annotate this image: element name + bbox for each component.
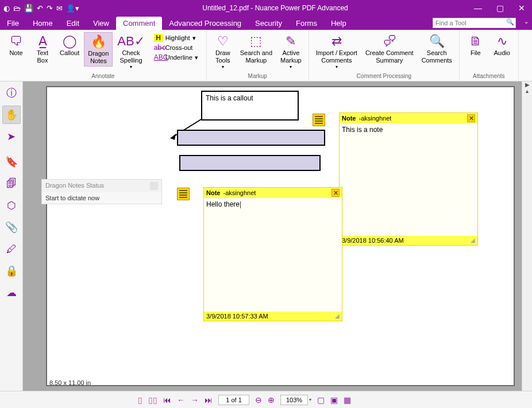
- nav-prev-icon[interactable]: ←: [177, 395, 185, 405]
- tool-info[interactable]: ⓘ: [2, 84, 21, 102]
- ribbon: 🗨Note A̲Text Box ◯Callout 🔥Dragon Notes …: [0, 30, 532, 81]
- tool-pages[interactable]: 🗐: [2, 174, 21, 193]
- sticky-note-icon-2[interactable]: [177, 188, 190, 200]
- group-processing-label: Comment Processing: [356, 72, 411, 80]
- ribbon-active-markup[interactable]: ✎Active Markup▾: [277, 32, 305, 71]
- underline-icon: ABC: [154, 53, 163, 61]
- ribbon-underline[interactable]: ABCUnderline ▾: [152, 53, 201, 62]
- scroll-right-icon[interactable]: ▶: [522, 81, 532, 88]
- dragon-icon: 🔥: [91, 34, 106, 50]
- menu-forms[interactable]: Forms: [289, 17, 324, 30]
- qat-mail-icon[interactable]: ✉: [56, 4, 63, 13]
- ribbon-search-markup[interactable]: ⬚Search and Markup: [237, 32, 276, 65]
- ribbon-attach-audio[interactable]: ∿Audio: [489, 32, 515, 58]
- form-field-2[interactable]: [179, 155, 321, 171]
- view-single-icon[interactable]: ▯: [138, 395, 142, 405]
- nav-first-icon[interactable]: ⏮: [163, 395, 171, 405]
- qat-redo-icon[interactable]: ↷: [47, 4, 53, 13]
- page-size-label: 8.50 x 11.00 in: [49, 379, 91, 386]
- group-attachments-label: Attachments: [473, 72, 505, 80]
- tool-bookmark[interactable]: 🔖: [2, 153, 21, 171]
- search-comments-icon: 🔍: [429, 33, 445, 49]
- sticky-note-2[interactable]: Note - aksinghnet ✕ Hello there 3/9/2018…: [203, 187, 342, 321]
- draw-icon: ♡: [217, 33, 229, 49]
- form-field-1[interactable]: [177, 130, 325, 146]
- page-number-input[interactable]: [218, 395, 249, 405]
- qat-save-icon[interactable]: 💾: [24, 4, 33, 13]
- callout-annotation[interactable]: This is a callout: [201, 91, 299, 121]
- ribbon-textbox[interactable]: A̲Text Box: [30, 32, 55, 65]
- sticky-note-icon-1[interactable]: [313, 114, 325, 126]
- pencil-icon: ✎: [286, 33, 296, 49]
- sticky-note-2-close[interactable]: ✕: [331, 189, 340, 197]
- qat-undo-icon[interactable]: ↶: [37, 4, 43, 13]
- menu-view[interactable]: View: [86, 17, 116, 30]
- layout-1-icon[interactable]: ▢: [317, 395, 325, 405]
- close-button[interactable]: ✕: [511, 0, 532, 16]
- spellcheck-icon: AB✓: [117, 33, 144, 49]
- tool-clip[interactable]: 📎: [2, 218, 21, 236]
- tool-arrow[interactable]: ➤: [2, 127, 21, 146]
- sticky-note-1-footer: 3/9/2018 10:56:40 AM◢: [340, 236, 477, 245]
- maximize-button[interactable]: ▢: [489, 0, 510, 16]
- menu-edit[interactable]: Edit: [60, 17, 86, 30]
- audio-icon: ∿: [497, 33, 507, 49]
- tool-stamp[interactable]: ⬡: [2, 196, 21, 215]
- sticky-note-1[interactable]: Note - aksinghnet ✕ This is a note 3/9/2…: [339, 112, 478, 246]
- sticky-note-1-close[interactable]: ✕: [467, 114, 475, 122]
- ribbon-callout[interactable]: ◯Callout: [56, 32, 83, 58]
- tool-sign[interactable]: 🖊: [2, 240, 21, 258]
- title-bar: ◐ 🗁 💾 ↶ ↷ ✉ 👤▾ Untitled_12.pdf - Nuance …: [0, 0, 532, 16]
- layout-2-icon[interactable]: ▣: [330, 395, 338, 405]
- vertical-scrollbar[interactable]: ▶ ▴: [522, 81, 532, 391]
- zoom-input[interactable]: [280, 395, 308, 405]
- ribbon-comment-summary[interactable]: 🗪Create Comment Summary: [362, 32, 417, 65]
- ribbon-crossout[interactable]: ab̶c̶Cross-out: [152, 43, 201, 52]
- workspace: ⓘ ✋ ➤ 🔖 🗐 ⬡ 📎 🖊 🔒 ☁ This is a callout No…: [0, 81, 532, 391]
- qat-user-icon[interactable]: 👤▾: [66, 4, 79, 13]
- sticky-note-1-header[interactable]: Note - aksinghnet ✕: [340, 113, 477, 123]
- sticky-note-2-header[interactable]: Note - aksinghnet ✕: [204, 188, 342, 198]
- resize-handle[interactable]: ◢: [335, 313, 340, 320]
- zoom-in-icon[interactable]: ⊕: [268, 395, 275, 405]
- minimize-button[interactable]: —: [468, 0, 488, 16]
- view-continuous-icon[interactable]: ▯▯: [148, 395, 157, 405]
- menu-security[interactable]: Security: [248, 17, 289, 30]
- menu-home[interactable]: Home: [26, 17, 60, 30]
- dragon-panel-toggle[interactable]: [150, 182, 158, 190]
- menu-comment[interactable]: Comment: [116, 17, 162, 30]
- menu-help[interactable]: Help: [324, 17, 353, 30]
- menu-advanced[interactable]: Advanced Processing: [162, 17, 248, 30]
- ribbon-draw-tools[interactable]: ♡Draw Tools▾: [210, 32, 236, 71]
- nav-last-icon[interactable]: ⏭: [205, 395, 213, 405]
- tool-lock[interactable]: 🔒: [2, 262, 21, 280]
- tool-cloud[interactable]: ☁: [2, 283, 21, 302]
- zoom-out-icon[interactable]: ⊖: [255, 395, 262, 405]
- sticky-note-2-body[interactable]: Hello there: [204, 198, 342, 312]
- document-area: This is a callout Note - aksinghnet ✕ Th…: [23, 81, 532, 391]
- callout-text: This is a callout: [206, 94, 253, 102]
- layout-3-icon[interactable]: ▦: [344, 395, 351, 405]
- resize-handle[interactable]: ◢: [471, 237, 475, 244]
- menu-bar: File Home Edit View Comment Advanced Pro…: [0, 16, 532, 30]
- ribbon-dragon-notes[interactable]: 🔥Dragon Notes: [84, 32, 113, 67]
- svg-marker-1: [171, 134, 176, 140]
- search-icon[interactable]: 🔍: [506, 18, 514, 26]
- ribbon-note[interactable]: 🗨Note: [3, 32, 29, 58]
- ribbon-attach-file[interactable]: 🗎File: [463, 32, 488, 58]
- summary-icon: 🗪: [383, 33, 396, 49]
- tool-hand[interactable]: ✋: [2, 106, 21, 124]
- menu-file[interactable]: File: [0, 17, 26, 30]
- ribbon-highlight[interactable]: HHighlight ▾: [152, 33, 201, 42]
- ribbon-import-export[interactable]: ⇄Import / Export Comments▾: [313, 32, 361, 71]
- sticky-note-2-footer: 3/9/2018 10:57:33 AM◢: [204, 312, 342, 321]
- ribbon-spelling[interactable]: AB✓Check Spelling▾: [114, 32, 148, 71]
- side-tools-panel: ⓘ ✋ ➤ 🔖 🗐 ⬡ 📎 🖊 🔒 ☁: [0, 81, 23, 391]
- ribbon-expand-icon[interactable]: ⌄: [524, 18, 529, 25]
- nav-next-icon[interactable]: →: [191, 395, 199, 405]
- tool-search-input[interactable]: [433, 18, 516, 28]
- sticky-note-1-body[interactable]: This is a note: [340, 123, 477, 236]
- ribbon-search-comments[interactable]: 🔍Search Comments: [418, 32, 456, 65]
- qat-open-icon[interactable]: 🗁: [13, 4, 21, 13]
- scroll-up-icon[interactable]: ▴: [522, 88, 532, 94]
